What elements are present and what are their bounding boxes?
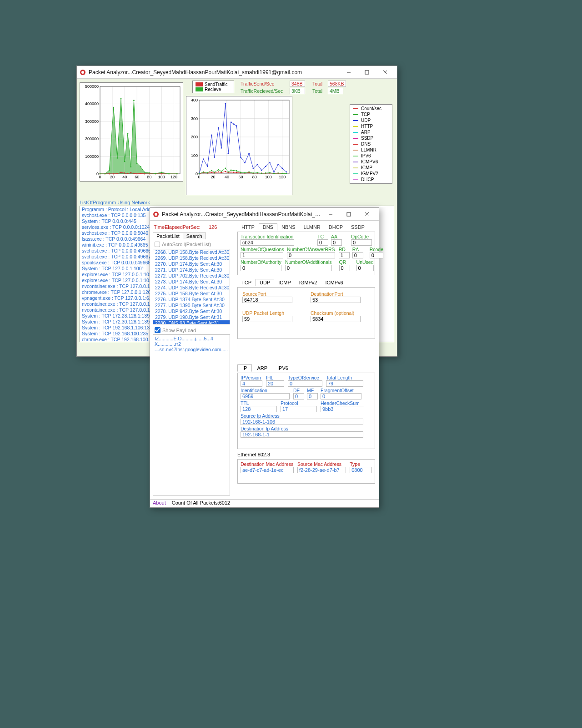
dns-opcode-field[interactable]: 0 <box>351 239 372 246</box>
svg-point-155 <box>244 172 246 173</box>
tab-tcp[interactable]: TCP <box>237 279 256 286</box>
ip-fragoffset-field[interactable]: 0 <box>321 393 361 399</box>
packet-list-item[interactable]: 2270. UDP:174.Byte Sent At:30 <box>153 261 230 267</box>
ip-headercksum-field[interactable]: 9bb3 <box>321 406 364 412</box>
packet-list-item[interactable]: 2269. UDP:158.Byte Recievd At:30 <box>153 255 230 261</box>
udp-dstport-field[interactable]: 53 <box>311 297 361 303</box>
tab-dns[interactable]: DNS <box>259 223 277 231</box>
svg-point-102 <box>228 153 229 154</box>
dns-nad-field[interactable]: 0 <box>285 265 332 271</box>
packet-list-item-selected[interactable]: 2280. DNS:93.Byte Sent At:31 <box>153 320 230 324</box>
eth-smac-field[interactable]: f2-28-29-ae-d7-b7 <box>297 467 346 473</box>
tab-nbns[interactable]: NBNS <box>277 223 300 231</box>
packet-list-item[interactable]: 2277. UDP:1390.Byte Sent At:30 <box>153 303 230 308</box>
ip-mf-field[interactable]: 0 <box>307 393 318 399</box>
udp-checksum-field[interactable]: 5834 <box>311 316 361 322</box>
svg-point-116 <box>281 167 283 169</box>
chart-legend-sendrecv: SendTraffic Recieve <box>192 81 234 93</box>
svg-point-51 <box>100 173 101 175</box>
bytes-chart: 0100000200000300000400000500000020406080… <box>80 82 183 182</box>
svg-text:500000: 500000 <box>85 84 99 89</box>
eth-dmac-field[interactable]: ae-d7-c7-ad-1e-ec <box>241 467 294 473</box>
packet-list-item[interactable]: 2273. UDP:174.Byte Sent At:30 <box>153 279 230 285</box>
minimize-button[interactable] <box>321 208 340 221</box>
packet-list-item[interactable]: 2271. UDP:174.Byte Sent At:30 <box>153 267 230 273</box>
titlebar[interactable]: Packet Analyzor...Creator_SeyyedMahdiHas… <box>77 66 397 79</box>
tab-http[interactable]: HTTP <box>237 223 259 231</box>
svg-point-153 <box>236 170 237 172</box>
dns-qr-field[interactable]: 0 <box>339 265 350 271</box>
dns-tc-field[interactable]: 0 <box>317 239 328 246</box>
checkbox-checked-icon <box>155 327 161 333</box>
packet-list-item[interactable]: 2278. UDP:942.Byte Sent At:30 <box>153 308 230 314</box>
ip-id-field[interactable]: 6959 <box>241 393 290 399</box>
ip-total-length-field[interactable]: 79 <box>326 380 363 387</box>
tab-udp[interactable]: UDP <box>256 279 274 286</box>
dns-tid-field[interactable]: cb24 <box>241 239 294 246</box>
protocol-chart: 0100200300400020406080100120 <box>186 96 292 195</box>
udp-srcport-field[interactable]: 64718 <box>242 297 292 303</box>
app-icon <box>80 69 86 76</box>
svg-point-106 <box>240 157 241 158</box>
tab-dhcp[interactable]: DHCP <box>325 223 347 231</box>
dns-ra-field[interactable]: 0 <box>352 252 363 258</box>
tab-search[interactable]: Search <box>183 233 206 239</box>
ip-ihl-field[interactable]: 20 <box>266 380 284 387</box>
maximize-button[interactable] <box>358 66 376 79</box>
show-payload-checkbox[interactable]: Show PayLoad <box>155 327 196 333</box>
packet-list[interactable]: 2268. UDP:158.Byte Recievd At:302269. UD… <box>153 249 230 324</box>
dns-rd-field[interactable]: 1 <box>339 252 350 258</box>
svg-text:300: 300 <box>191 116 198 121</box>
ip-df-field[interactable]: 0 <box>293 393 304 399</box>
dns-nar-field[interactable]: 0 <box>287 252 335 258</box>
tab-ip[interactable]: IP <box>237 364 252 372</box>
svg-point-146 <box>214 172 215 173</box>
packet-list-item[interactable]: 2272. UDP:702.Byte Recievd At:30 <box>153 273 230 279</box>
about-link[interactable]: About <box>153 500 166 506</box>
udp-len-field[interactable]: 59 <box>242 316 292 322</box>
maximize-button[interactable] <box>340 208 358 221</box>
l3-protocol-tabs: IPARPIPV6 <box>237 364 293 372</box>
tab-igmpv2[interactable]: IGMPv2 <box>295 279 321 286</box>
packet-list-item[interactable]: 2275. UDP:158.Byte Sent At:30 <box>153 291 230 297</box>
dns-nq-field[interactable]: 1 <box>241 252 283 258</box>
svg-point-167 <box>155 213 157 216</box>
svg-point-107 <box>244 162 246 163</box>
close-button[interactable] <box>358 208 376 221</box>
tab-ssdp[interactable]: SSDP <box>347 223 369 231</box>
svg-rect-3 <box>365 71 369 74</box>
ip-src-field[interactable]: 192-168-1-106 <box>241 419 363 425</box>
ip-dst-field[interactable]: 192-168-1-1 <box>241 431 363 438</box>
packet-list-item[interactable]: 2274. UDP:158.Byte Recievd At:30 <box>153 285 230 291</box>
svg-rect-169 <box>347 212 351 216</box>
tab-packetlist[interactable]: PacketList <box>153 233 183 239</box>
packet-list-item[interactable]: 2276. UDP:1374.Byte Sent At:30 <box>153 297 230 303</box>
svg-text:60: 60 <box>135 175 139 179</box>
payload-box[interactable]: IZ...........E.O..........j......5...4X.… <box>153 334 230 495</box>
tab-icmp[interactable]: ICMP <box>274 279 295 286</box>
packet-list-item[interactable]: 2268. UDP:158.Byte Recievd At:30 <box>153 249 230 255</box>
dns-nau-field[interactable]: 0 <box>241 265 281 271</box>
ip-protocol-field[interactable]: 17 <box>281 406 317 412</box>
ip-tos-field[interactable]: 0 <box>288 380 322 387</box>
dns-unused-field[interactable]: 0 <box>356 265 374 271</box>
ip-version-field[interactable]: 4 <box>241 380 262 387</box>
svg-point-113 <box>269 162 271 163</box>
eth-type-field[interactable]: 0800 <box>350 467 372 473</box>
svg-point-127 <box>231 172 232 173</box>
packet-list-item[interactable]: 2279. UDP:190.Byte Sent At:31 <box>153 314 230 320</box>
svg-point-65 <box>155 173 156 174</box>
svg-point-121 <box>211 172 212 173</box>
dns-rcode-field[interactable]: 0 <box>370 252 383 258</box>
dns-aa-field[interactable]: 0 <box>331 239 342 246</box>
tab-ipv6[interactable]: IPV6 <box>272 364 293 372</box>
titlebar[interactable]: Packet Analyzor...Creator_SeyyedMahdiHas… <box>150 208 379 221</box>
tab-icmpv6[interactable]: ICMPv6 <box>321 279 347 286</box>
autoscroll-checkbox[interactable]: AutoScroll(PacketList) <box>155 242 211 247</box>
minimize-button[interactable] <box>340 66 358 79</box>
svg-text:80: 80 <box>252 175 257 179</box>
ip-ttl-field[interactable]: 128 <box>241 406 277 412</box>
tab-arp[interactable]: ARP <box>252 364 272 372</box>
close-button[interactable] <box>376 66 394 79</box>
tab-llmnr[interactable]: LLMNR <box>300 223 325 231</box>
